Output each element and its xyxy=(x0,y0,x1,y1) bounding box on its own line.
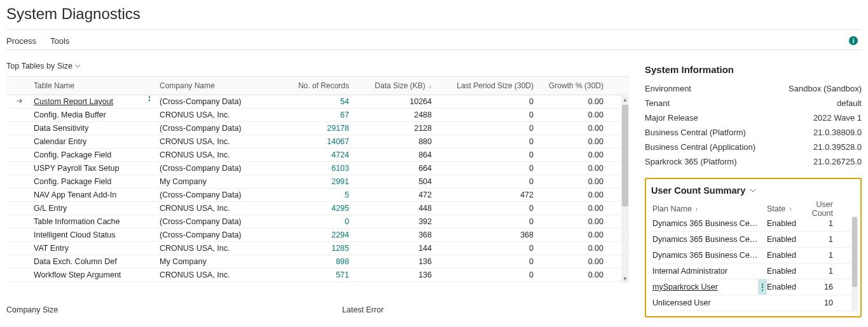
user-count-row[interactable]: Dynamics 365 Business Centr...Enabled1 xyxy=(651,248,855,264)
cell-no-of-records[interactable]: 5 xyxy=(287,190,357,199)
uc-cell-plan[interactable]: Unlicensed User xyxy=(652,298,711,307)
cell-data-size: 136 xyxy=(357,270,439,279)
col-company-name[interactable]: Company Name xyxy=(160,81,287,90)
open-record-icon[interactable] xyxy=(15,97,24,107)
cell-company-name: CRONUS USA, Inc. xyxy=(160,204,287,213)
uc-cell-plan[interactable]: Dynamics 365 Business Centr... xyxy=(652,251,758,260)
cell-company-name: (Cross-Company Data) xyxy=(160,217,287,226)
menu-process[interactable]: Process xyxy=(6,36,36,46)
cell-table-name[interactable]: Config. Package Field xyxy=(34,150,111,159)
uc-cell-state: Enabled xyxy=(767,267,803,276)
user-count-row[interactable]: mySparkrock User⋮Enabled16 xyxy=(651,279,855,295)
cell-no-of-records[interactable]: 0 xyxy=(287,217,357,226)
cell-table-name[interactable]: Table Information Cache xyxy=(34,217,120,226)
cell-no-of-records[interactable]: 6103 xyxy=(287,164,357,173)
cell-table-name[interactable]: Custom Report Layout xyxy=(34,97,113,106)
cell-table-name[interactable]: Config. Media Buffer xyxy=(34,110,106,119)
uc-cell-count: 10 xyxy=(803,298,837,307)
sysinfo-key: Sparkrock 365 (Platform) xyxy=(645,157,737,166)
cell-no-of-records[interactable]: 29178 xyxy=(287,124,357,133)
col-last-period[interactable]: Last Period Size (30D) xyxy=(439,81,541,90)
info-icon[interactable]: i xyxy=(849,36,858,45)
sysinfo-key: Business Central (Platform) xyxy=(645,128,746,137)
uc-cell-count: 1 xyxy=(803,251,837,260)
table-row[interactable]: Config. Package FieldCRONUS USA, Inc.472… xyxy=(7,149,629,162)
cell-table-name[interactable]: NAV App Tenant Add-In xyxy=(34,190,116,199)
menu-tools[interactable]: Tools xyxy=(50,36,69,46)
uc-scrollbar[interactable] xyxy=(851,216,858,311)
cell-growth: 0.00 xyxy=(541,110,617,119)
latest-error-caption[interactable]: Latest Error xyxy=(342,305,383,314)
cell-table-name[interactable]: Workflow Step Argument xyxy=(34,270,121,279)
cell-table-name[interactable]: VAT Entry xyxy=(34,244,69,253)
top-tables-caption[interactable]: Top Tables by Size xyxy=(6,62,81,70)
scroll-down-icon[interactable]: ▼ xyxy=(621,275,629,283)
cell-no-of-records[interactable]: 2991 xyxy=(287,177,357,186)
uc-cell-state: Enabled xyxy=(767,251,803,260)
user-count-row[interactable]: Internal AdministratorEnabled1 xyxy=(651,264,855,279)
uc-col-state[interactable]: State ↑ xyxy=(767,204,803,213)
cell-company-name: (Cross-Company Data) xyxy=(160,124,287,133)
uc-col-count[interactable]: User Count xyxy=(803,200,837,218)
cell-company-name: (Cross-Company Data) xyxy=(160,190,287,199)
cell-no-of-records[interactable]: 4724 xyxy=(287,150,357,159)
table-row[interactable]: USPY Payroll Tax Setup(Cross-Company Dat… xyxy=(7,162,629,175)
uc-cell-plan[interactable]: Dynamics 365 Business Centr... xyxy=(652,235,758,244)
cell-growth: 0.00 xyxy=(541,150,617,159)
table-row[interactable]: G/L EntryCRONUS USA, Inc.429544800.00 xyxy=(7,202,629,215)
uc-col-plan[interactable]: Plan Name ↑ xyxy=(651,204,758,213)
table-row[interactable]: VAT EntryCRONUS USA, Inc.128514400.00 xyxy=(7,242,629,255)
cell-growth: 0.00 xyxy=(541,217,617,226)
cell-data-size: 472 xyxy=(357,190,439,199)
cell-table-name[interactable]: G/L Entry xyxy=(34,204,67,213)
user-count-row[interactable]: Dynamics 365 Business Centr...Enabled1 xyxy=(651,216,855,232)
action-bar: Process Tools i xyxy=(6,30,862,50)
cell-table-name[interactable]: Calendar Entry xyxy=(34,137,86,146)
table-row[interactable]: Intelligent Cloud Status(Cross-Company D… xyxy=(7,229,629,242)
uc-scroll-thumb[interactable] xyxy=(852,217,857,287)
cell-no-of-records[interactable]: 1285 xyxy=(287,244,357,253)
sysinfo-row: Sparkrock 365 (Platform)21.0.26725.0 xyxy=(645,157,862,166)
cell-no-of-records[interactable]: 4295 xyxy=(287,204,357,213)
cell-last-period: 0 xyxy=(439,97,541,106)
table-row[interactable]: NAV App Tenant Add-In(Cross-Company Data… xyxy=(7,189,629,202)
col-no-of-records[interactable]: No. of Records xyxy=(287,81,357,90)
scroll-thumb[interactable] xyxy=(622,105,628,206)
table-row[interactable]: Workflow Step ArgumentCRONUS USA, Inc.57… xyxy=(7,269,629,282)
uc-cell-count: 1 xyxy=(803,235,837,244)
cell-table-name[interactable]: Data Exch. Column Def xyxy=(34,257,117,266)
col-growth[interactable]: Growth % (30D) xyxy=(541,81,617,90)
table-row[interactable]: Config. Media BufferCRONUS USA, Inc.6724… xyxy=(7,109,629,122)
cell-company-name: CRONUS USA, Inc. xyxy=(160,150,287,159)
col-table-name[interactable]: Table Name xyxy=(32,81,160,90)
cell-table-name[interactable]: USPY Payroll Tax Setup xyxy=(34,164,119,173)
table-row[interactable]: Data Exch. Column DefMy Company89813600.… xyxy=(7,255,629,269)
scroll-up-icon[interactable]: ▲ xyxy=(621,96,629,103)
uc-cell-plan[interactable]: mySparkrock User xyxy=(652,283,718,291)
cell-no-of-records[interactable]: 898 xyxy=(287,257,357,266)
user-count-title[interactable]: User Count Summary xyxy=(651,185,855,196)
cell-no-of-records[interactable]: 14067 xyxy=(287,137,357,146)
user-count-row[interactable]: Unlicensed User10 xyxy=(651,295,855,311)
table-row[interactable]: Table Information Cache(Cross-Company Da… xyxy=(7,215,629,229)
table-row[interactable]: Custom Report Layout⋮(Cross-Company Data… xyxy=(7,95,629,109)
cell-no-of-records[interactable]: 67 xyxy=(287,110,357,119)
user-count-row[interactable]: Dynamics 365 Business Centr...Enabled1 xyxy=(651,232,855,248)
cell-no-of-records[interactable]: 571 xyxy=(287,270,357,279)
cell-no-of-records[interactable]: 54 xyxy=(287,97,357,106)
cell-last-period: 472 xyxy=(439,190,541,199)
table-row[interactable]: Config. Package FieldMy Company299150400… xyxy=(7,175,629,189)
grid-scrollbar[interactable]: ▲ ▼ xyxy=(621,96,629,283)
cell-no-of-records[interactable]: 2294 xyxy=(287,230,357,239)
cell-table-name[interactable]: Intelligent Cloud Status xyxy=(34,230,116,239)
col-data-size[interactable]: Data Size (KB) ↓ xyxy=(357,81,439,90)
row-more-button[interactable]: ⋮ xyxy=(758,279,767,295)
cell-table-name[interactable]: Config. Package Field xyxy=(34,177,111,186)
uc-cell-count: 1 xyxy=(803,267,837,276)
table-row[interactable]: Calendar EntryCRONUS USA, Inc.1406788000… xyxy=(7,135,629,149)
cell-table-name[interactable]: Data Sensitivity xyxy=(34,124,88,133)
uc-cell-plan[interactable]: Internal Administrator xyxy=(652,267,727,276)
company-size-caption[interactable]: Company Size xyxy=(6,305,342,314)
uc-cell-plan[interactable]: Dynamics 365 Business Centr... xyxy=(652,219,758,228)
table-row[interactable]: Data Sensitivity(Cross-Company Data)2917… xyxy=(7,122,629,135)
